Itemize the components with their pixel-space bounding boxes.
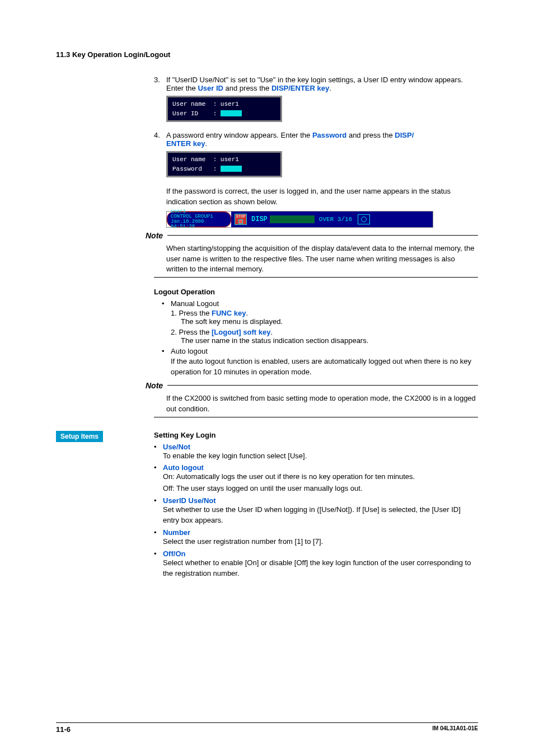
note-label: Note [146, 231, 163, 240]
manual-step-2: 2. Press the [Logout] soft key. [171, 328, 478, 336]
offon-item: • Off/On [154, 550, 478, 558]
use-not-item: • Use/Not [154, 443, 478, 451]
text: . [329, 84, 331, 92]
text: Press the [179, 309, 212, 317]
bullet-dot: • [154, 496, 163, 505]
manual-step-2-after: The user name in the status indication s… [181, 336, 478, 345]
label: User name [172, 156, 205, 163]
auto-logout-setting-label: Auto logout [163, 463, 204, 472]
auto-logout-body: If the auto logout function is enabled, … [171, 356, 478, 378]
bullet-dot: • [154, 463, 163, 472]
password-entry-screenshot: User name : user1 Password : [166, 151, 282, 177]
status-bar-screenshot: user1 CONTROL GROUP1 Jan.10.2000 04:51:2… [166, 211, 433, 228]
stop-icon: STOP [235, 214, 247, 225]
auto-logout-off: Off: The user stays logged on until the … [163, 483, 478, 494]
text: and press the [346, 131, 395, 139]
text: and press the [223, 84, 271, 92]
note-body: When starting/stopping the acquisition o… [166, 243, 478, 275]
note-2: Note If the CX2000 is switched from basi… [154, 381, 478, 417]
auto-logout-on: On: Automatically logs the user out if t… [163, 472, 478, 482]
number-body: Select the user registration number from… [163, 537, 478, 547]
disp-enter-key: DISP/ENTER key [271, 84, 329, 92]
value: : user1 [213, 101, 239, 107]
user-id-term: User ID [198, 84, 223, 92]
text: . [246, 309, 248, 317]
func-key: FUNC key [212, 309, 246, 317]
text: . [270, 328, 273, 336]
userid-usenot-item: • UserID Use/Not [154, 496, 478, 505]
bullet-dot: • [162, 347, 171, 355]
password-term: Password [312, 131, 346, 139]
manual-logout-bullet: • Manual Logout [162, 299, 478, 308]
page: 11.3 Key Operation Login/Logout 3. If "U… [0, 0, 534, 756]
bullet-dot: • [154, 550, 163, 558]
divider [167, 235, 478, 236]
use-not-body: To enable the key login function select … [163, 451, 478, 462]
page-number: 11-6 [56, 725, 71, 734]
divider [154, 417, 478, 417]
userid-usenot-label: UserID Use/Not [163, 496, 216, 505]
bullet-dot: • [162, 299, 171, 308]
progress-bar-icon [270, 215, 315, 223]
enter-key: ENTER key [166, 139, 205, 148]
note-label: Note [146, 381, 163, 390]
label: Password [172, 166, 202, 172]
step-3: 3. If "UserID Use/Not" is set to "Use" i… [154, 76, 478, 92]
step-4: 4. A password entry window appears. Ente… [154, 131, 478, 148]
step-3-num: 3. [154, 76, 166, 92]
step-4-body: A password entry window appears. Enter t… [166, 131, 478, 148]
disp-label: DISP [251, 215, 268, 223]
divider [154, 277, 478, 278]
note-body: If the CX2000 is switched from basic set… [166, 393, 478, 415]
value: : user1 [213, 156, 239, 163]
manual-step-1-after: The soft key menu is displayed. [181, 317, 478, 326]
number-label: Number [163, 528, 190, 537]
label: User ID [172, 110, 198, 117]
cursor-icon [221, 166, 242, 172]
cursor-icon [221, 110, 242, 116]
step-3-body: If "UserID Use/Not" is set to "Use" in t… [166, 76, 478, 92]
manual-step-1: 1. Press the FUNC key. [171, 309, 478, 317]
label: User name [172, 101, 205, 107]
text: A password entry window appears. Enter t… [166, 131, 312, 139]
bullet-dot: • [154, 528, 163, 537]
status-mid: STOP DISP OVER 3/16 [231, 212, 433, 227]
offon-body: Select whether to enable [On] or disable… [163, 558, 478, 579]
setup-items-tag: Setup Items [56, 431, 103, 442]
camera-icon [358, 214, 370, 224]
over-counter: OVER 3/16 [319, 216, 352, 223]
setting-heading: Setting Key Login [154, 431, 478, 439]
userid-usenot-body: Set whether to use the User ID when logg… [163, 505, 478, 526]
step-4-num: 4. [154, 131, 166, 148]
divider [167, 385, 478, 386]
setting-section: Setting Key Login • Use/Not To enable th… [154, 431, 478, 579]
colon: : [213, 110, 217, 117]
note-1: Note When starting/stopping the acquisit… [154, 231, 478, 278]
logout-heading: Logout Operation [154, 288, 478, 296]
section-header: 11.3 Key Operation Login/Logout [56, 50, 478, 59]
auto-logout-item: • Auto logout [154, 463, 478, 472]
logout-section: Logout Operation • Manual Logout 1. Pres… [154, 288, 478, 378]
auto-logout-label: Auto logout [171, 347, 208, 355]
offon-label: Off/On [163, 550, 185, 558]
bullet-dot: • [154, 443, 163, 451]
document-id: IM 04L31A01-01E [432, 725, 478, 734]
status-user-block: user1 CONTROL GROUP1 Jan.10.2000 04:51:2… [167, 212, 231, 227]
userid-entry-screenshot: User name : user1 User ID : [166, 96, 282, 122]
text: . [205, 139, 207, 148]
number-item: • Number [154, 528, 478, 537]
manual-logout-label: Manual Logout [171, 299, 219, 308]
auto-logout-bullet: • Auto logout [162, 347, 478, 355]
colon: : [213, 166, 217, 172]
footer: 11-6 IM 04L31A01-01E [56, 722, 478, 734]
after-password-text: If the password is correct, the user is … [166, 186, 478, 208]
use-not-label: Use/Not [163, 443, 190, 451]
content: 3. If "UserID Use/Not" is set to "Use" i… [154, 76, 478, 228]
logout-soft-key: [Logout] soft key [212, 328, 270, 336]
text: Press the [179, 328, 212, 336]
disp-key: DISP/ [395, 131, 414, 139]
status-timestamp: Jan.10.2000 04:51:28 [171, 219, 227, 229]
